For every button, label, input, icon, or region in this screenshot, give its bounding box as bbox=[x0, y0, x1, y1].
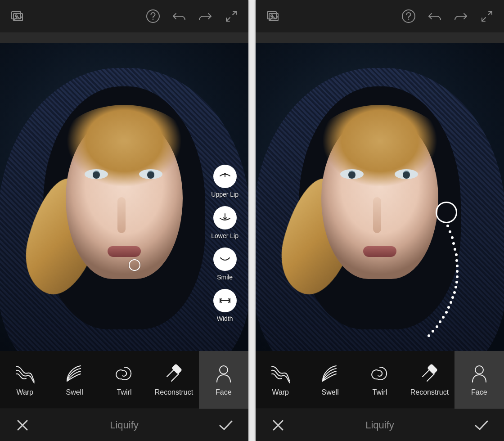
tool-label: Reconstruct bbox=[410, 388, 449, 396]
smile-icon bbox=[213, 248, 237, 271]
face-option-smile[interactable]: Smile bbox=[213, 248, 237, 281]
tool-reconstruct[interactable]: Reconstruct bbox=[149, 351, 198, 409]
tool-label: Swell bbox=[66, 388, 83, 396]
lower-lip-icon bbox=[213, 206, 237, 230]
redo-button[interactable] bbox=[195, 6, 215, 26]
svg-point-6 bbox=[220, 366, 228, 374]
accept-button[interactable] bbox=[216, 415, 236, 435]
face-option-lower-lip[interactable]: Lower Lip bbox=[211, 206, 238, 239]
face-option-width[interactable]: Width bbox=[213, 289, 237, 322]
upper-lip-icon bbox=[213, 165, 237, 188]
svg-point-10 bbox=[402, 10, 415, 22]
drag-handle-ring[interactable] bbox=[436, 202, 457, 223]
warp-icon bbox=[14, 363, 35, 384]
help-button[interactable] bbox=[143, 6, 163, 26]
top-toolbar bbox=[256, 0, 504, 32]
compare-original-button[interactable] bbox=[263, 6, 283, 26]
svg-point-9 bbox=[271, 15, 273, 17]
tool-swell[interactable]: Swell bbox=[305, 351, 355, 409]
tool-reconstruct[interactable]: Reconstruct bbox=[405, 351, 454, 409]
liquify-tool-row: Warp Swell bbox=[256, 351, 504, 409]
tool-label: Warp bbox=[16, 388, 33, 396]
editor-title: Liquify bbox=[110, 419, 139, 431]
svg-point-11 bbox=[409, 19, 409, 20]
tool-label: Reconstruct bbox=[155, 388, 193, 396]
face-option-upper-lip[interactable]: Upper Lip bbox=[211, 165, 238, 198]
tool-label: Face bbox=[216, 388, 232, 396]
image-canvas[interactable]: Upper Lip Lower Lip bbox=[0, 43, 248, 351]
swell-icon bbox=[320, 363, 341, 384]
tool-swell[interactable]: Swell bbox=[50, 351, 99, 409]
undo-button[interactable] bbox=[169, 6, 189, 26]
liquify-tool-row: Warp Swell bbox=[0, 351, 248, 409]
tool-twirl[interactable]: Twirl bbox=[99, 351, 149, 409]
bottom-action-bar: Liquify bbox=[256, 409, 504, 441]
phone-screenshot-left: Upper Lip Lower Lip bbox=[0, 0, 248, 441]
svg-rect-12 bbox=[427, 364, 438, 374]
tool-warp[interactable]: Warp bbox=[256, 351, 305, 409]
tool-face[interactable]: Face bbox=[199, 351, 248, 409]
face-option-label: Lower Lip bbox=[211, 232, 238, 239]
width-icon bbox=[213, 289, 237, 312]
swell-icon bbox=[64, 363, 85, 384]
face-icon bbox=[213, 363, 234, 384]
accept-button[interactable] bbox=[472, 415, 491, 435]
twirl-icon bbox=[369, 363, 390, 384]
redo-button[interactable] bbox=[451, 6, 471, 26]
tool-label: Twirl bbox=[117, 388, 132, 396]
lip-target-ring[interactable] bbox=[129, 259, 140, 271]
toolbar-substrip bbox=[0, 32, 248, 43]
reconstruct-icon bbox=[163, 363, 184, 384]
undo-button[interactable] bbox=[425, 6, 445, 26]
editor-title: Liquify bbox=[365, 419, 394, 431]
face-option-label: Width bbox=[217, 315, 233, 322]
tool-label: Swell bbox=[321, 388, 338, 396]
svg-point-3 bbox=[147, 10, 159, 22]
tool-twirl[interactable]: Twirl bbox=[355, 351, 405, 409]
compare-original-button[interactable] bbox=[7, 6, 27, 26]
cancel-button[interactable] bbox=[13, 415, 32, 435]
tool-label: Face bbox=[471, 388, 487, 396]
tool-label: Twirl bbox=[373, 388, 387, 396]
face-icon bbox=[469, 363, 490, 384]
reconstruct-icon bbox=[419, 363, 440, 384]
face-options-panel: Upper Lip Lower Lip bbox=[211, 165, 238, 322]
help-button[interactable] bbox=[399, 6, 418, 26]
toolbar-substrip bbox=[256, 32, 504, 43]
tool-warp[interactable]: Warp bbox=[0, 351, 50, 409]
phone-screenshot-right: Warp Swell bbox=[256, 0, 504, 441]
twirl-icon bbox=[114, 363, 135, 384]
face-option-label: Smile bbox=[217, 274, 233, 281]
fullscreen-button[interactable] bbox=[477, 6, 497, 26]
tool-label: Warp bbox=[272, 388, 289, 396]
svg-rect-5 bbox=[171, 364, 182, 374]
warp-icon bbox=[270, 363, 291, 384]
bottom-action-bar: Liquify bbox=[0, 409, 248, 441]
svg-point-13 bbox=[475, 366, 483, 374]
face-option-label: Upper Lip bbox=[211, 191, 238, 198]
image-canvas[interactable] bbox=[256, 43, 504, 351]
cancel-button[interactable] bbox=[268, 415, 288, 435]
tool-face[interactable]: Face bbox=[454, 351, 504, 409]
top-toolbar bbox=[0, 0, 248, 32]
svg-point-4 bbox=[153, 19, 153, 20]
comparison-stage: Upper Lip Lower Lip bbox=[0, 0, 504, 441]
svg-point-2 bbox=[15, 15, 17, 17]
fullscreen-button[interactable] bbox=[221, 6, 241, 26]
